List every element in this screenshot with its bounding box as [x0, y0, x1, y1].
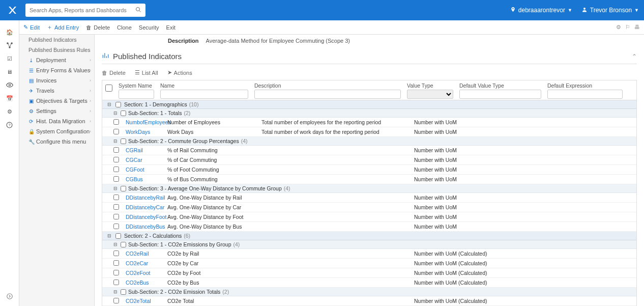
table-row[interactable]: CGBus% of Bus CommutingNumber with UoM: [102, 175, 636, 184]
system-name-link[interactable]: CGFoot: [126, 166, 144, 173]
system-name-link[interactable]: CGCar: [126, 157, 142, 163]
sidebar-item-objectives[interactable]: ▣Objectives & Targets›: [19, 96, 94, 106]
row-checkbox[interactable]: [113, 214, 119, 219]
table-row[interactable]: DDistancebyCarAvg. One-Way Distance by C…: [102, 203, 636, 212]
add-entry-button[interactable]: ＋Add Entry: [47, 23, 79, 31]
collapse-icon[interactable]: ⊟: [113, 186, 119, 191]
rail-network-icon[interactable]: [0, 39, 19, 52]
app-logo[interactable]: [5, 3, 19, 17]
subsection-checkbox[interactable]: [121, 110, 126, 116]
row-checkbox[interactable]: [113, 176, 119, 182]
search-input[interactable]: [30, 7, 132, 13]
select-all-checkbox[interactable]: [105, 84, 112, 93]
row-checkbox[interactable]: [113, 260, 119, 266]
system-name-link[interactable]: DDistancebyBus: [126, 224, 165, 230]
location-selector[interactable]: debraaarontrevor ▼: [510, 7, 572, 14]
row-checkbox[interactable]: [113, 129, 119, 134]
sidebar-item-invoices[interactable]: ▤Invoices›: [19, 75, 94, 86]
clone-button[interactable]: Clone: [117, 24, 132, 31]
grid-delete-button[interactable]: 🗑Delete: [102, 69, 126, 76]
subsection-checkbox[interactable]: [121, 289, 126, 295]
sidebar-item-entry-forms[interactable]: ☰Entry Forms & Values›: [19, 65, 94, 75]
row-checkbox[interactable]: [113, 147, 119, 153]
col-description[interactable]: Description: [254, 82, 281, 89]
collapse-icon[interactable]: ⊟: [107, 102, 112, 107]
table-row[interactable]: CGRail% of Rail CommutingNumber with UoM: [102, 146, 636, 155]
row-checkbox[interactable]: [113, 166, 119, 172]
filter-name[interactable]: [160, 90, 248, 99]
system-name-link[interactable]: DDistancebyCar: [126, 204, 164, 210]
rail-home-icon[interactable]: 🏠: [0, 25, 19, 39]
collapse-icon[interactable]: ⊟: [113, 138, 119, 144]
user-menu[interactable]: Trevor Bronson ▼: [581, 7, 639, 14]
rail-gear-icon[interactable]: ⚙: [0, 105, 19, 118]
subsection-checkbox[interactable]: [121, 242, 126, 247]
row-checkbox[interactable]: [113, 157, 119, 162]
system-name-link[interactable]: DDistancebyFoot: [126, 214, 167, 220]
subsection-checkbox[interactable]: [121, 186, 126, 191]
grid-section-row[interactable]: ⊟Section: 2 - Calculations (6): [102, 232, 636, 240]
grid-section-row[interactable]: ⊟Section: 1 - Demographics (10): [102, 100, 636, 109]
grid-subsection-row[interactable]: ⊟Sub-Section: 2 - Commute Group Percenta…: [102, 137, 636, 146]
system-name-link[interactable]: CO2eRail: [126, 251, 149, 257]
system-name-link[interactable]: WorkDays: [126, 129, 150, 135]
system-name-link[interactable]: DDistancebyRail: [126, 194, 165, 201]
table-row[interactable]: CO2eFootCO2e by FootNumber with UoM (Cal…: [102, 268, 636, 278]
col-value-type[interactable]: Value Type: [407, 82, 433, 89]
rail-help-icon[interactable]: ?: [0, 118, 19, 131]
col-default-expression[interactable]: Default Expression: [547, 82, 592, 89]
rail-monitor-icon[interactable]: 🖥: [0, 65, 19, 78]
collapse-icon[interactable]: ⌃: [632, 53, 637, 60]
grid-subsection-row[interactable]: ⊟Sub-Section: 1 - Totals (2): [102, 109, 636, 118]
system-name-link[interactable]: CGBus: [126, 176, 143, 182]
system-name-link[interactable]: CO2eFoot: [126, 270, 150, 276]
section-checkbox[interactable]: [115, 233, 121, 239]
sidebar-item-system-config[interactable]: 🔒System Configuration›: [19, 126, 94, 136]
system-name-link[interactable]: CGRail: [126, 147, 143, 153]
table-row[interactable]: CGFoot% of Foot CommutingNumber with UoM: [102, 165, 636, 175]
table-row[interactable]: CGCar% of Car CommutingNumber with UoM: [102, 155, 636, 165]
row-checkbox[interactable]: [113, 204, 119, 210]
col-system-name[interactable]: System Name: [119, 82, 152, 89]
col-name[interactable]: Name: [160, 82, 174, 89]
row-checkbox[interactable]: [113, 194, 119, 200]
row-checkbox[interactable]: [113, 119, 119, 125]
grid-subsection-row[interactable]: ⊟Sub-Section: 3 - Average One-Way Distan…: [102, 184, 636, 193]
col-default-value-type[interactable]: Default Value Type: [459, 82, 504, 89]
rail-eye-icon[interactable]: [0, 78, 19, 92]
table-row[interactable]: CO2eTotalCO2e TotalNumber with UoM (Calc…: [102, 296, 636, 306]
sidebar-item-settings[interactable]: ⚙Settings›: [19, 106, 94, 116]
table-row[interactable]: CO2eRailCO2e by RailNumber with UoM (Cal…: [102, 249, 636, 259]
section-checkbox[interactable]: [115, 102, 121, 107]
table-row[interactable]: DDistancebyRailAvg. One-Way Distance by …: [102, 193, 636, 203]
sidebar-item-configure-menu[interactable]: 🔧Configure this menu: [19, 136, 94, 147]
rail-calendar-icon[interactable]: 📅: [0, 92, 19, 105]
row-checkbox[interactable]: [113, 251, 119, 256]
subsection-checkbox[interactable]: [121, 138, 126, 144]
table-row[interactable]: CO2eBusCO2e by BusNumber with UoM (Calcu…: [102, 278, 636, 288]
sidebar-item-travels[interactable]: ✈Travels›: [19, 86, 94, 96]
print-icon[interactable]: 🖶: [634, 24, 640, 31]
rail-check-icon[interactable]: ☑: [0, 52, 19, 65]
grid-subsection-row[interactable]: ⊟Sub-Section: 2 - CO2e Emission Totals (…: [102, 288, 636, 296]
row-checkbox[interactable]: [113, 270, 119, 275]
table-row[interactable]: DDistancebyFootAvg. One-Way Distance by …: [102, 212, 636, 222]
table-row[interactable]: DDistancebyBusAvg. One-Way Distance by B…: [102, 222, 636, 232]
search-box[interactable]: [25, 4, 145, 17]
table-row[interactable]: WorkDaysWork DaysTotal number of work da…: [102, 127, 636, 137]
sidebar-item-published-indicators[interactable]: Published Indicators: [19, 35, 94, 45]
delete-button[interactable]: 🗑Delete: [86, 24, 110, 31]
flag-icon[interactable]: ⚐: [625, 24, 630, 31]
collapse-icon[interactable]: ⊟: [113, 242, 119, 247]
exit-button[interactable]: Exit: [166, 24, 175, 31]
filter-default-expression[interactable]: [547, 90, 623, 99]
rail-collapse-icon[interactable]: [0, 290, 19, 303]
table-row[interactable]: CO2eCarCO2e by CarNumber with UoM (Calcu…: [102, 259, 636, 268]
grid-actions-button[interactable]: ➤Actions: [167, 69, 192, 76]
sidebar-item-published-rules[interactable]: Published Business Rules: [19, 45, 94, 55]
gear-icon[interactable]: ⚙: [616, 24, 621, 31]
sidebar-item-deployment[interactable]: ⤓Deployment›: [19, 55, 94, 65]
grid-listall-button[interactable]: ☰List All: [135, 69, 158, 76]
system-name-link[interactable]: CO2eCar: [126, 260, 148, 266]
system-name-link[interactable]: CO2eBus: [126, 280, 149, 286]
